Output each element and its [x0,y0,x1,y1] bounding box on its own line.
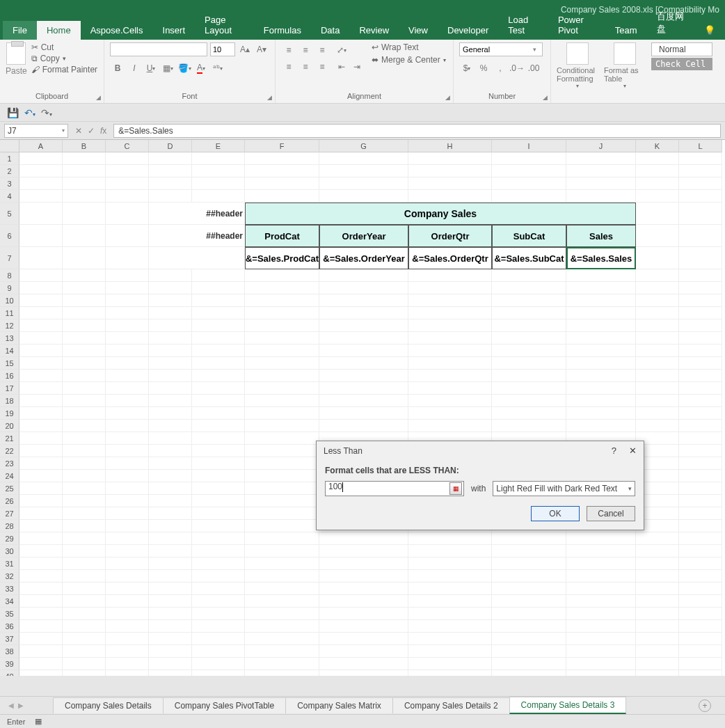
cell[interactable] [149,382,192,395]
cell[interactable] [492,583,566,595]
row-header[interactable]: 17 [0,382,19,395]
cell[interactable] [149,645,192,658]
cell[interactable] [679,595,722,608]
cell[interactable] [319,269,408,282]
row-header[interactable]: 19 [0,407,19,420]
cell[interactable] [192,595,245,608]
row-header[interactable]: 40 [0,670,19,676]
cell[interactable] [149,269,192,282]
cell[interactable] [63,658,106,670]
cell[interactable] [149,282,192,294]
cell[interactable] [149,445,192,457]
row-header[interactable]: 27 [0,507,19,520]
cell[interactable] [149,345,192,357]
cell[interactable] [149,557,192,570]
cell[interactable] [149,332,192,345]
cell[interactable] [408,282,492,294]
cell[interactable] [566,332,636,345]
italic-button[interactable]: I [127,61,142,76]
cell[interactable] [679,319,722,332]
cell[interactable] [566,670,636,676]
col-header[interactable]: B [63,140,106,152]
tab-review[interactable]: Review [349,21,399,40]
cell[interactable] [492,595,566,608]
cell[interactable] [63,382,106,395]
enter-formula-button[interactable]: ✓ [88,126,95,136]
cell[interactable] [19,319,63,332]
cell[interactable] [245,420,319,432]
cell[interactable] [245,395,319,407]
cell[interactable] [492,570,566,583]
row-header[interactable]: 23 [0,457,19,470]
cell[interactable] [63,457,106,470]
cell[interactable] [245,407,319,420]
cell[interactable] [492,420,566,432]
tab-baidu[interactable]: 百度网盘 [647,6,694,40]
cell[interactable] [492,670,566,676]
cancel-formula-button[interactable]: ✕ [75,126,82,136]
cell[interactable] [408,395,492,407]
align-center-button[interactable]: ≡ [298,59,313,74]
cell[interactable] [106,307,149,319]
col-header[interactable]: L [679,140,722,152]
cell[interactable] [245,357,319,370]
row-header[interactable]: 18 [0,395,19,407]
tab-view[interactable]: View [399,21,438,40]
font-launcher[interactable]: ◢ [267,94,272,101]
dialog-value-input[interactable]: 100 ▦ [325,481,464,496]
cell[interactable] [149,633,192,645]
tab-formulas[interactable]: Formulas [254,21,311,40]
clipboard-launcher[interactable]: ◢ [96,94,101,101]
cell[interactable] [408,583,492,595]
cell-H7[interactable]: &=Sales.OrderQtr [408,247,492,269]
cell[interactable] [566,395,636,407]
cell[interactable] [245,294,319,307]
cell[interactable] [192,395,245,407]
cell[interactable] [679,633,722,645]
cell[interactable] [192,282,245,294]
cell[interactable] [106,595,149,608]
cell[interactable] [566,658,636,670]
cell[interactable] [636,658,679,670]
row-header[interactable]: 22 [0,445,19,457]
cell[interactable] [679,307,722,319]
font-size-input[interactable] [210,42,235,56]
cell[interactable] [679,608,722,620]
cell[interactable] [636,395,679,407]
style-check-cell[interactable]: Check Cell [651,58,712,70]
cell[interactable] [106,645,149,658]
cell[interactable] [408,645,492,658]
cell[interactable] [245,457,319,470]
cell[interactable] [492,370,566,382]
align-left-button[interactable]: ≡ [281,59,296,74]
sheet-tab-active[interactable]: Company Sales Details 3 [509,697,627,714]
row-header[interactable]: 31 [0,557,19,570]
row-header[interactable]: 15 [0,357,19,370]
cell[interactable] [19,432,63,445]
row-header[interactable]: 20 [0,420,19,432]
row-header[interactable]: 4 [0,190,19,203]
cell[interactable] [636,407,679,420]
cell[interactable] [679,269,722,282]
cell[interactable] [106,432,149,445]
cell[interactable] [19,495,63,507]
cell[interactable] [566,269,636,282]
cell[interactable] [63,407,106,420]
cell[interactable] [636,294,679,307]
cell[interactable] [245,445,319,457]
undo-button[interactable]: ↶▾ [24,107,35,118]
cell[interactable] [245,545,319,557]
cell[interactable] [106,457,149,470]
cell[interactable] [192,432,245,445]
cell[interactable] [408,545,492,557]
alignment-launcher[interactable]: ◢ [445,94,450,101]
cell[interactable] [106,608,149,620]
fx-button[interactable]: fx [100,126,106,136]
col-header[interactable]: K [636,140,679,152]
cell[interactable] [408,370,492,382]
cell[interactable] [106,370,149,382]
cell[interactable] [192,495,245,507]
cell[interactable] [192,345,245,357]
cell[interactable] [408,269,492,282]
row-header[interactable]: 1 [0,152,19,165]
